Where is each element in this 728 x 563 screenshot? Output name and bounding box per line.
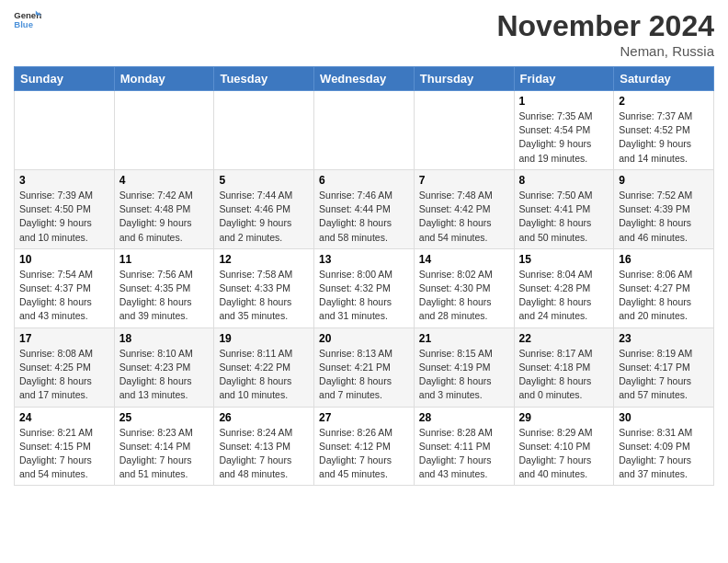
day-cell: 1Sunrise: 7:35 AM Sunset: 4:54 PM Daylig… (514, 91, 614, 170)
day-number: 15 (519, 253, 609, 266)
header-monday: Monday (114, 67, 214, 91)
day-info: Sunrise: 8:00 AM Sunset: 4:32 PM Dayligh… (319, 268, 409, 324)
day-info: Sunrise: 8:23 AM Sunset: 4:14 PM Dayligh… (119, 426, 210, 482)
day-cell (314, 91, 415, 170)
day-number: 19 (219, 332, 309, 345)
day-info: Sunrise: 7:54 AM Sunset: 4:37 PM Dayligh… (19, 268, 109, 324)
svg-text:Blue: Blue (14, 19, 33, 29)
day-cell: 14Sunrise: 8:02 AM Sunset: 4:30 PM Dayli… (414, 248, 514, 327)
day-number: 16 (619, 253, 709, 266)
day-cell: 17Sunrise: 8:08 AM Sunset: 4:25 PM Dayli… (15, 327, 115, 407)
day-cell: 16Sunrise: 8:06 AM Sunset: 4:27 PM Dayli… (614, 248, 714, 327)
day-cell: 10Sunrise: 7:54 AM Sunset: 4:37 PM Dayli… (15, 248, 115, 327)
day-cell: 3Sunrise: 7:39 AM Sunset: 4:50 PM Daylig… (15, 169, 115, 248)
day-number: 23 (619, 332, 709, 345)
day-info: Sunrise: 8:28 AM Sunset: 4:11 PM Dayligh… (419, 426, 509, 482)
day-number: 13 (319, 253, 409, 266)
day-info: Sunrise: 7:50 AM Sunset: 4:41 PM Dayligh… (519, 189, 609, 245)
day-number: 28 (419, 411, 509, 424)
day-cell: 18Sunrise: 8:10 AM Sunset: 4:23 PM Dayli… (114, 327, 214, 407)
header-saturday: Saturday (614, 67, 714, 91)
day-number: 27 (319, 411, 409, 424)
day-cell: 8Sunrise: 7:50 AM Sunset: 4:41 PM Daylig… (514, 169, 614, 248)
day-cell: 26Sunrise: 8:24 AM Sunset: 4:13 PM Dayli… (214, 407, 314, 486)
month-title: November 2024 (496, 9, 714, 43)
header: General Blue November 2024 Neman, Russia (14, 9, 714, 59)
day-cell: 30Sunrise: 8:31 AM Sunset: 4:09 PM Dayli… (614, 407, 714, 486)
day-cell: 5Sunrise: 7:44 AM Sunset: 4:46 PM Daylig… (214, 169, 314, 248)
day-number: 10 (19, 253, 109, 266)
day-cell (114, 91, 214, 170)
day-cell: 28Sunrise: 8:28 AM Sunset: 4:11 PM Dayli… (414, 407, 514, 486)
day-info: Sunrise: 7:48 AM Sunset: 4:42 PM Dayligh… (419, 189, 509, 245)
day-cell: 20Sunrise: 8:13 AM Sunset: 4:21 PM Dayli… (314, 327, 415, 407)
day-number: 2 (619, 95, 709, 108)
day-cell: 7Sunrise: 7:48 AM Sunset: 4:42 PM Daylig… (414, 169, 514, 248)
day-info: Sunrise: 8:31 AM Sunset: 4:09 PM Dayligh… (619, 426, 709, 482)
day-number: 1 (519, 95, 609, 108)
day-cell: 23Sunrise: 8:19 AM Sunset: 4:17 PM Dayli… (614, 327, 714, 407)
day-cell: 4Sunrise: 7:42 AM Sunset: 4:48 PM Daylig… (114, 169, 214, 248)
week-row-1: 1Sunrise: 7:35 AM Sunset: 4:54 PM Daylig… (15, 91, 714, 170)
day-cell: 12Sunrise: 7:58 AM Sunset: 4:33 PM Dayli… (214, 248, 314, 327)
day-info: Sunrise: 7:44 AM Sunset: 4:46 PM Dayligh… (219, 189, 309, 245)
day-number: 14 (419, 253, 509, 266)
logo-icon: General Blue (14, 9, 41, 29)
day-cell: 2Sunrise: 7:37 AM Sunset: 4:52 PM Daylig… (614, 91, 714, 170)
day-number: 22 (519, 332, 609, 345)
day-number: 7 (419, 174, 509, 187)
day-cell: 29Sunrise: 8:29 AM Sunset: 4:10 PM Dayli… (514, 407, 614, 486)
day-number: 6 (319, 174, 409, 187)
calendar-container: General Blue November 2024 Neman, Russia… (0, 0, 728, 495)
header-tuesday: Tuesday (214, 67, 314, 91)
day-number: 18 (119, 332, 210, 345)
day-cell: 27Sunrise: 8:26 AM Sunset: 4:12 PM Dayli… (314, 407, 415, 486)
day-cell (414, 91, 514, 170)
day-cell (214, 91, 314, 170)
day-info: Sunrise: 7:42 AM Sunset: 4:48 PM Dayligh… (119, 189, 210, 245)
day-info: Sunrise: 8:13 AM Sunset: 4:21 PM Dayligh… (319, 347, 409, 403)
day-info: Sunrise: 8:06 AM Sunset: 4:27 PM Dayligh… (619, 268, 709, 324)
day-number: 11 (119, 253, 210, 266)
day-info: Sunrise: 7:58 AM Sunset: 4:33 PM Dayligh… (219, 268, 309, 324)
location-title: Neman, Russia (496, 43, 714, 59)
day-info: Sunrise: 8:17 AM Sunset: 4:18 PM Dayligh… (519, 347, 609, 403)
day-info: Sunrise: 8:02 AM Sunset: 4:30 PM Dayligh… (419, 268, 509, 324)
header-friday: Friday (514, 67, 614, 91)
calendar-table: Sunday Monday Tuesday Wednesday Thursday… (14, 66, 714, 486)
day-info: Sunrise: 8:26 AM Sunset: 4:12 PM Dayligh… (319, 426, 409, 482)
day-cell: 19Sunrise: 8:11 AM Sunset: 4:22 PM Dayli… (214, 327, 314, 407)
header-thursday: Thursday (414, 67, 514, 91)
day-info: Sunrise: 8:19 AM Sunset: 4:17 PM Dayligh… (619, 347, 709, 403)
day-info: Sunrise: 8:15 AM Sunset: 4:19 PM Dayligh… (419, 347, 509, 403)
weekday-header-row: Sunday Monday Tuesday Wednesday Thursday… (15, 67, 714, 91)
title-section: November 2024 Neman, Russia (496, 9, 714, 59)
day-cell: 21Sunrise: 8:15 AM Sunset: 4:19 PM Dayli… (414, 327, 514, 407)
day-info: Sunrise: 7:35 AM Sunset: 4:54 PM Dayligh… (519, 109, 609, 166)
logo: General Blue (14, 9, 41, 29)
day-cell: 22Sunrise: 8:17 AM Sunset: 4:18 PM Dayli… (514, 327, 614, 407)
day-info: Sunrise: 7:56 AM Sunset: 4:35 PM Dayligh… (119, 268, 210, 324)
day-number: 30 (619, 411, 709, 424)
day-cell: 25Sunrise: 8:23 AM Sunset: 4:14 PM Dayli… (114, 407, 214, 486)
day-number: 5 (219, 174, 309, 187)
day-number: 21 (419, 332, 509, 345)
day-number: 3 (19, 174, 109, 187)
day-cell: 13Sunrise: 8:00 AM Sunset: 4:32 PM Dayli… (314, 248, 415, 327)
week-row-5: 24Sunrise: 8:21 AM Sunset: 4:15 PM Dayli… (15, 407, 714, 486)
day-info: Sunrise: 7:52 AM Sunset: 4:39 PM Dayligh… (619, 189, 709, 245)
day-cell: 6Sunrise: 7:46 AM Sunset: 4:44 PM Daylig… (314, 169, 415, 248)
day-cell: 15Sunrise: 8:04 AM Sunset: 4:28 PM Dayli… (514, 248, 614, 327)
day-cell (15, 91, 115, 170)
day-cell: 11Sunrise: 7:56 AM Sunset: 4:35 PM Dayli… (114, 248, 214, 327)
day-info: Sunrise: 7:39 AM Sunset: 4:50 PM Dayligh… (19, 189, 109, 245)
day-number: 29 (519, 411, 609, 424)
week-row-2: 3Sunrise: 7:39 AM Sunset: 4:50 PM Daylig… (15, 169, 714, 248)
day-info: Sunrise: 8:24 AM Sunset: 4:13 PM Dayligh… (219, 426, 309, 482)
day-info: Sunrise: 8:10 AM Sunset: 4:23 PM Dayligh… (119, 347, 210, 403)
day-number: 8 (519, 174, 609, 187)
day-info: Sunrise: 7:37 AM Sunset: 4:52 PM Dayligh… (619, 109, 709, 166)
week-row-4: 17Sunrise: 8:08 AM Sunset: 4:25 PM Dayli… (15, 327, 714, 407)
week-row-3: 10Sunrise: 7:54 AM Sunset: 4:37 PM Dayli… (15, 248, 714, 327)
day-cell: 24Sunrise: 8:21 AM Sunset: 4:15 PM Dayli… (15, 407, 115, 486)
